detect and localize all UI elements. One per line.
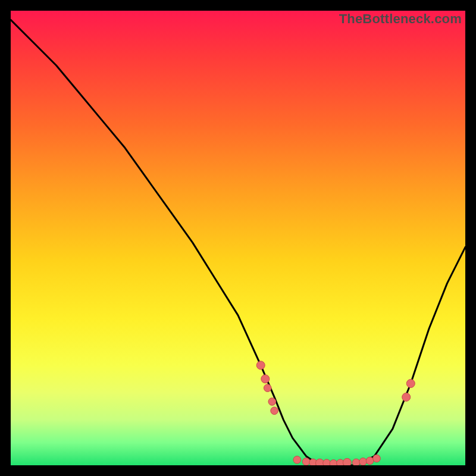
data-marker — [293, 456, 301, 464]
data-marker — [352, 459, 360, 465]
chart-svg — [11, 11, 465, 465]
watermark-text: TheBottleneck.com — [339, 11, 462, 27]
chart-frame: TheBottleneck.com — [11, 11, 465, 465]
data-marker — [373, 455, 381, 462]
data-marker — [323, 459, 331, 465]
data-marker — [268, 398, 276, 406]
data-marker — [264, 384, 271, 392]
data-marker — [302, 458, 310, 465]
plot-area — [11, 11, 465, 465]
bottleneck-curve — [11, 20, 465, 465]
data-marker — [256, 361, 265, 369]
data-marker — [343, 458, 351, 465]
data-marker — [330, 460, 337, 465]
data-marker — [406, 380, 415, 388]
data-marker — [402, 393, 411, 401]
data-marker — [359, 458, 367, 465]
data-marker — [366, 457, 374, 465]
data-marker — [261, 375, 270, 383]
data-marker — [271, 407, 278, 415]
